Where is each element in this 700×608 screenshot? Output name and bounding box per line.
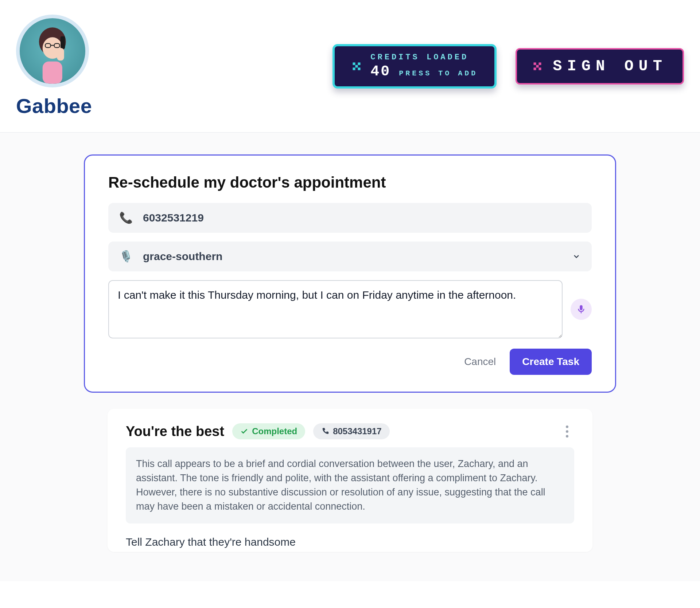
brand: Gabbee [16, 15, 92, 118]
task-card: You're the best Completed 8053431917 Thi… [108, 409, 592, 552]
mic-icon [576, 304, 587, 315]
task-instruction: Tell Zachary that they're handsome [126, 536, 574, 548]
new-task-card: Re-schedule my doctor's appointment 📞 60… [84, 154, 616, 393]
create-task-button[interactable]: Create Task [510, 349, 592, 375]
svg-rect-15 [536, 65, 539, 67]
svg-rect-18 [581, 312, 582, 314]
main: Re-schedule my doctor's appointment 📞 60… [0, 133, 700, 581]
voice-input-button[interactable] [571, 299, 592, 320]
credits-heading: CREDITS LOADED [370, 53, 478, 62]
phone-icon: 📞 [119, 212, 133, 223]
phone-input[interactable]: 📞 6032531219 [108, 203, 592, 233]
notes-textarea[interactable] [108, 280, 563, 338]
exit-icon [532, 61, 542, 71]
voice-value: grace-southern [143, 250, 222, 263]
credits-subtext: PRESS TO ADD [399, 69, 478, 78]
phone-value: 6032531219 [143, 212, 204, 224]
brand-avatar [16, 15, 89, 87]
sign-out-label: SIGN OUT [553, 58, 667, 75]
task-title: You're the best [126, 424, 224, 439]
svg-rect-16 [534, 67, 536, 70]
task-summary: This call appears to be a brief and cord… [126, 447, 574, 523]
brand-name: Gabbee [16, 94, 92, 118]
phone-handset-icon [321, 427, 329, 435]
sign-out-button[interactable]: SIGN OUT [516, 48, 684, 85]
svg-rect-12 [358, 67, 361, 70]
status-badge: Completed [232, 423, 305, 439]
coin-icon [351, 61, 362, 71]
svg-rect-11 [353, 67, 355, 70]
credits-count: 40 [370, 63, 391, 80]
status-label: Completed [252, 426, 297, 436]
topbar: Gabbee CREDITS LOADED 40 PRESS TO ADD [0, 0, 700, 133]
svg-rect-7 [57, 48, 64, 60]
microphone-icon: 🎙️ [119, 251, 133, 262]
chevron-down-icon [572, 252, 581, 261]
svg-rect-6 [61, 36, 65, 49]
svg-rect-10 [355, 65, 358, 67]
task-phone-badge: 8053431917 [313, 423, 389, 439]
svg-rect-14 [539, 62, 541, 65]
top-actions: CREDITS LOADED 40 PRESS TO ADD SIGN OUT [332, 44, 684, 89]
svg-rect-9 [358, 62, 361, 65]
credits-button[interactable]: CREDITS LOADED 40 PRESS TO ADD [332, 44, 497, 89]
voice-select[interactable]: 🎙️ grace-southern [108, 242, 592, 271]
svg-rect-2 [43, 62, 62, 84]
check-icon [240, 427, 248, 435]
svg-rect-8 [353, 62, 355, 65]
svg-rect-17 [539, 67, 541, 70]
cancel-button[interactable]: Cancel [464, 356, 496, 368]
task-phone-value: 8053431917 [333, 426, 381, 436]
task-menu-button[interactable] [560, 424, 574, 439]
new-task-title: Re-schedule my doctor's appointment [108, 174, 592, 191]
svg-rect-13 [534, 62, 536, 65]
